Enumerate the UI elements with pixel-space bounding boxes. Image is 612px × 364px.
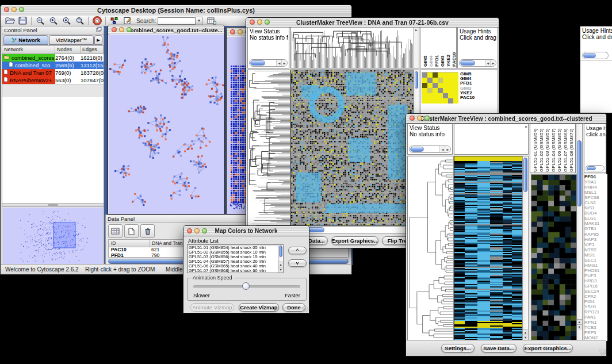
tab-overflow-button[interactable]: ▶ <box>94 35 102 45</box>
matrix-cell[interactable] <box>427 78 433 83</box>
attribute-browser-button[interactable] <box>205 16 218 26</box>
matrix-cell[interactable] <box>443 88 448 93</box>
gene-label[interactable]: TCB3 <box>584 325 607 330</box>
gene-label[interactable]: RNR4 <box>584 185 607 190</box>
view-status-scrollbar[interactable]: ◀ ▶ <box>249 59 288 67</box>
close-button[interactable] <box>112 27 117 32</box>
animation-slider-thumb[interactable] <box>242 282 250 290</box>
select-attributes-button[interactable] <box>108 224 123 238</box>
close-button[interactable] <box>230 29 235 35</box>
matrix-cell[interactable] <box>443 83 448 88</box>
tv1-col-label[interactable]: GIM5 <box>423 55 429 67</box>
close-button[interactable] <box>187 228 192 233</box>
chevron-right-icon[interactable]: ▶ <box>415 28 418 32</box>
tv1-heatmap-canvas[interactable] <box>290 70 414 226</box>
treeview2-title-bar[interactable]: ClusterMaker TreeView : combined_scores_… <box>406 114 606 124</box>
help-button[interactable] <box>90 16 104 26</box>
matrix-cell[interactable] <box>448 72 453 78</box>
matrix-cell[interactable] <box>453 98 458 104</box>
tv2-settings-button[interactable]: Settings... <box>441 344 475 352</box>
tv2-row-dendro-canvas[interactable] <box>407 156 454 342</box>
gene-label[interactable]: GTB1 <box>584 226 607 231</box>
gene-label[interactable]: RPN1 <box>584 320 607 325</box>
matrix-cell[interactable] <box>422 83 427 88</box>
tv2-col-label[interactable]: GPL51-03 (GSM856) <box>545 128 550 172</box>
tv2-col-label[interactable]: GPL51-01 (GSM854) <box>533 128 538 172</box>
gene-label[interactable]: SEC1 <box>584 258 607 263</box>
minimize-button[interactable] <box>257 20 262 25</box>
tv2-col-label[interactable]: GPL51-07 (GSM868) <box>563 128 569 172</box>
col-nodes[interactable]: Nodes <box>55 46 81 53</box>
matrix-cell[interactable] <box>438 83 443 88</box>
tv1-col-label[interactable]: PFD1 <box>434 55 440 67</box>
chevron-right-icon[interactable]: ▶ <box>525 125 527 128</box>
gene-label[interactable]: HRD3 <box>584 278 607 283</box>
gene-label[interactable]: MAK31 <box>584 221 607 226</box>
matrix-cell[interactable] <box>448 78 453 83</box>
float-panel-icon[interactable] <box>96 27 102 33</box>
treeview1-title-bar[interactable]: ClusterMaker TreeView : DNA and Tran 07-… <box>246 18 499 28</box>
matrix-cell[interactable] <box>443 93 448 98</box>
panel-splitter[interactable] <box>2 203 104 207</box>
search-input[interactable] <box>158 17 196 25</box>
gene-label[interactable]: RPO21 <box>584 309 607 315</box>
matrix-cell[interactable] <box>453 72 458 78</box>
gene-label[interactable]: BUD4 <box>584 210 607 216</box>
matrix-cell[interactable] <box>427 72 433 78</box>
matrix-cell[interactable] <box>438 98 443 104</box>
animate-vizmap-button[interactable]: Animate Vizmap <box>190 303 234 312</box>
matrix-cell[interactable] <box>438 93 443 98</box>
gene-label[interactable]: MSI1 <box>584 252 607 258</box>
network-canvas[interactable] <box>109 35 224 214</box>
matrix-cell[interactable] <box>433 93 438 98</box>
zoom-in-button[interactable] <box>47 16 60 26</box>
tv2-gene-list[interactable]: PFD1YRA1RNR4MSL1SPC98CLN1NIS1BUD4ELG1MAK… <box>584 174 607 341</box>
scroll-right-icon[interactable]: ▶ <box>445 146 450 152</box>
view-status-scrollbar[interactable]: ◀ ▶ <box>409 145 451 153</box>
tv2-col-label[interactable]: GPL51-08 (GSM872) <box>569 128 575 172</box>
attribute-listbox[interactable]: GPL51-01 (GSM854) heat shock 05 minGPL51… <box>187 244 284 273</box>
usage-hints-scrollbar[interactable]: ◀ ▶ <box>459 59 496 67</box>
save-session-button[interactable] <box>16 16 29 26</box>
tv2-right-heatmap-canvas[interactable] <box>531 174 577 342</box>
tv2-heatmap-scrollbar[interactable]: ▲ ▼ <box>522 156 529 341</box>
gene-label[interactable]: CPA2 <box>584 294 607 299</box>
zoom-button[interactable] <box>265 20 270 25</box>
tv2-col-label[interactable]: GPL51-06 (GSM865) <box>557 128 563 172</box>
attr-col-id[interactable]: ID <box>109 240 150 247</box>
delete-attribute-button[interactable] <box>140 224 155 238</box>
network-table-row[interactable]: DNA and Tran 07769(0)183728(0) <box>2 69 104 76</box>
tab-vizmapper[interactable]: VizMapper™ <box>49 35 94 45</box>
open-session-button[interactable] <box>3 16 16 26</box>
zoom-selected-button[interactable] <box>60 16 73 26</box>
tv1-export-graphics-button[interactable]: Export Graphics... <box>331 236 378 245</box>
tv1-col-label[interactable]: PAC10 <box>452 52 457 67</box>
minimize-button[interactable] <box>119 27 124 32</box>
usage-hints-scrollbar[interactable] <box>586 165 605 171</box>
matrix-cell[interactable] <box>443 98 448 104</box>
matrix-cell[interactable] <box>433 88 438 93</box>
matrix-cell[interactable] <box>422 98 427 104</box>
move-up-button[interactable]: ^ <box>288 247 307 254</box>
resize-grip[interactable] <box>302 306 308 312</box>
network-view-button[interactable] <box>108 16 121 26</box>
create-vizmap-button[interactable]: Create Vizmap <box>239 303 279 312</box>
main-title-bar[interactable]: Cytoscape Desktop (Session Name: collins… <box>1 5 351 16</box>
close-button[interactable] <box>4 7 9 12</box>
gene-label[interactable]: FIG4 <box>584 299 607 304</box>
zoom-button[interactable] <box>19 7 24 12</box>
matrix-cell[interactable] <box>427 88 433 93</box>
matrix-cell[interactable] <box>443 72 448 78</box>
matrix-cell[interactable] <box>427 93 433 98</box>
matrix-cell[interactable] <box>433 83 438 88</box>
scroll-right-icon[interactable]: ▶ <box>490 60 496 66</box>
move-down-button[interactable]: v <box>288 259 307 267</box>
gene-label[interactable]: PEP5 <box>584 330 607 335</box>
matrix-cell[interactable] <box>443 78 448 83</box>
close-button[interactable] <box>410 116 415 121</box>
gene-label[interactable]: PAN1 <box>584 315 607 320</box>
col-edges[interactable]: Edges <box>81 46 104 53</box>
scroll-right-icon[interactable]: ▶ <box>281 60 287 66</box>
gene-label[interactable]: YRA1 <box>584 179 607 185</box>
tv1-row-dendro-canvas[interactable] <box>247 70 290 226</box>
